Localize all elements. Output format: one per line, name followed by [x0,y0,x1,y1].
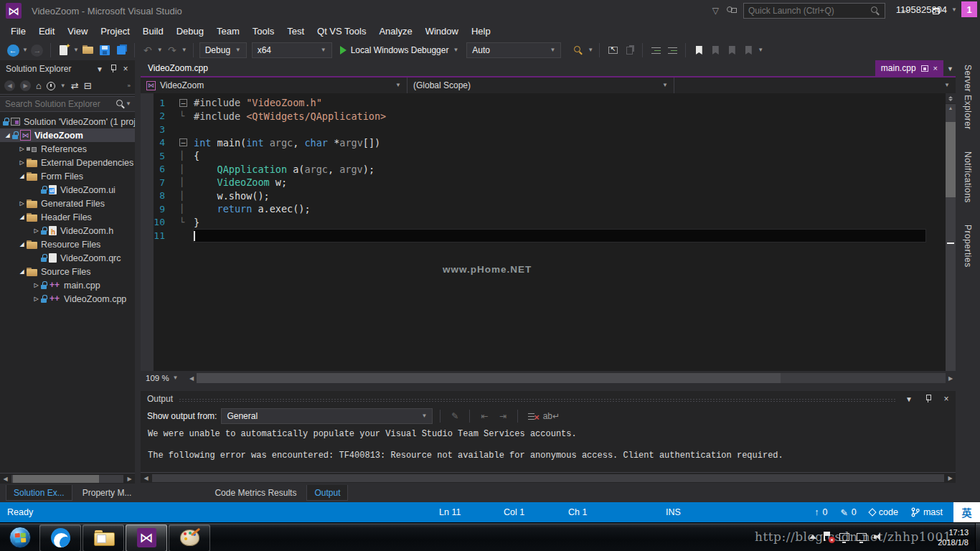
show-desktop-button[interactable] [975,523,980,551]
action-center-icon[interactable]: × [824,532,832,542]
navigate-backward-icon[interactable]: ← [6,42,20,58]
tree-item-videozoom-qrc[interactable]: VideoZoom.qrc [0,251,135,265]
tab-main-cpp-preview[interactable]: main.cpp × [875,60,943,76]
tab-list-caret-icon[interactable]: ▼ [947,65,953,72]
expander-icon[interactable]: ▷ [32,296,41,302]
undo-caret-icon[interactable]: ▼ [157,47,163,53]
menu-team[interactable]: Team [210,22,246,40]
bookmark-caret-icon[interactable]: ▼ [758,47,763,53]
menu-qt-vs-tools[interactable]: Qt VS Tools [311,22,372,40]
close-panel-icon[interactable]: × [940,392,953,405]
taskbar-explorer-button[interactable] [83,524,124,551]
side-tab-server-explorer[interactable]: Server Explorer [963,65,973,130]
display-icon[interactable] [839,533,849,541]
pin-icon[interactable] [106,62,119,75]
code-line-2[interactable]: 2└#include <QtWidgets/QApplication> [141,110,946,123]
window-position-caret-icon[interactable]: ▼ [93,62,106,75]
code-line-3[interactable]: 3 [141,123,946,136]
menu-window[interactable]: Window [419,22,465,40]
tree-item-videozoom-cpp[interactable]: ▷++VideoZoom.cpp [0,292,135,306]
nav-scope-dropdown[interactable]: (Global Scope) ▼ [407,77,674,93]
code-line-9[interactable]: 9│ return a.exec(); [141,202,946,216]
code-line-4[interactable]: 4–int main(int argc, char *argv[]) [141,136,946,150]
navigate-to-icon[interactable] [606,42,620,58]
toolbar-overflow-icon[interactable]: » [128,83,131,89]
output-text-area[interactable]: We were unable to automatically populate… [141,425,956,472]
scroll-left-icon[interactable]: ◀ [187,375,197,382]
keep-open-icon[interactable] [921,65,928,72]
tree-item-source-files[interactable]: ◢Source Files [0,265,135,278]
nav-member-dropdown[interactable]: ▼ [674,77,956,93]
fold-marker[interactable]: – [179,99,194,107]
solution-explorer-hscrollbar[interactable]: ◀ ▶ [0,473,135,484]
feedback-filter-icon[interactable]: ▽ [712,6,719,16]
menu-file[interactable]: File [4,22,32,40]
tree-item-videozoom[interactable]: ◢VideoZoom [0,128,135,142]
side-tab-notifications[interactable]: Notifications [963,151,973,203]
tree-item-solution-videozoom-1-project[interactable]: Solution 'VideoZoom' (1 project) [0,115,135,128]
taskbar-paint-button[interactable] [169,524,210,551]
output-header[interactable]: Output ▼ × [141,391,956,407]
expander-icon[interactable]: ▷ [32,282,41,288]
open-file-icon[interactable] [81,42,95,58]
code-line-8[interactable]: 8│ w.show(); [141,189,946,203]
editor-vscrollbar[interactable]: ▲ [946,93,956,371]
scroll-right-icon[interactable]: ▶ [124,476,135,482]
navigate-backward-caret-icon[interactable]: ▼ [22,47,28,53]
tool-tab-property-m[interactable]: Property M... [75,485,139,501]
window-position-caret-icon[interactable]: ▼ [903,392,915,405]
tool-tab-output[interactable]: Output [306,485,348,501]
code-line-10[interactable]: 10└} [141,216,946,230]
watch-combo[interactable]: Auto▼ [466,42,561,58]
tree-item-main-cpp[interactable]: ▷++main.cpp [0,278,135,292]
menu-tools[interactable]: Tools [246,22,281,40]
show-hidden-icons-icon[interactable] [809,534,816,539]
increase-indent-icon[interactable] [665,42,679,58]
solution-search-input[interactable] [5,99,116,109]
scroll-right-icon[interactable]: ▶ [945,475,956,481]
hscroll-thumb[interactable] [197,373,781,383]
expander-icon[interactable]: ◢ [3,132,12,138]
tool-tab-solution-ex[interactable]: Solution Ex... [6,485,72,501]
send-feedback-icon[interactable] [726,6,736,15]
solution-tree[interactable]: Solution 'VideoZoom' (1 project)◢VideoZo… [0,113,135,473]
close-tab-icon[interactable]: × [933,64,938,72]
pending-changes-filter-icon[interactable] [47,82,55,90]
expander-icon[interactable]: ▷ [17,159,27,166]
repository-indicator[interactable]: code [870,507,898,517]
code-line-5[interactable]: 5│{ [141,149,946,163]
tree-item-header-files[interactable]: ◢Header Files [0,210,135,224]
fold-marker[interactable]: – [179,138,194,146]
menu-test[interactable]: Test [281,22,311,40]
scroll-left-icon[interactable]: ◀ [0,476,11,482]
scroll-left-icon[interactable]: ◀ [141,475,151,481]
filter-caret-icon[interactable]: ▼ [60,83,66,89]
collapse-all-icon[interactable]: ⊟ [84,81,92,90]
code-editor[interactable]: 1–#include "VideoZoom.h"2└#include <QtWi… [141,93,946,371]
expander-icon[interactable]: ▷ [17,146,27,152]
tab-videozoom-cpp[interactable]: VideoZoom.cpp [141,60,215,76]
search-options-caret-icon[interactable]: ▼ [126,101,131,107]
word-wrap-icon[interactable]: ab↵ [544,409,558,423]
code-line-7[interactable]: 7│ VideoZoom w; [141,176,946,189]
network-icon[interactable] [857,533,867,541]
menu-help[interactable]: Help [465,22,497,40]
undo-icon[interactable]: ↶ [141,42,155,58]
start-button[interactable] [1,523,39,551]
redo-icon[interactable]: ↷ [165,42,179,58]
side-tab-properties[interactable]: Properties [963,225,973,268]
tree-item-generated-files[interactable]: ▷Generated Files [0,197,135,210]
split-window-handle[interactable] [946,93,956,104]
taskbar-visual-studio-button[interactable]: ⋈ [126,524,167,551]
clear-all-icon[interactable] [525,409,540,423]
output-source-combo[interactable]: General▼ [221,408,433,424]
code-line-11[interactable]: 11 [141,229,946,242]
taskbar-browser-button[interactable] [39,524,81,551]
code-line-1[interactable]: 1–#include "VideoZoom.h" [141,96,946,110]
expander-icon[interactable]: ◢ [17,268,27,275]
scroll-up-icon[interactable]: ▲ [946,104,956,113]
tree-item-form-files[interactable]: ◢Form Files [0,169,135,183]
volume-icon[interactable] [874,532,884,541]
account-caret-icon[interactable]: ▼ [951,6,957,13]
tree-item-external-dependencies[interactable]: ▷External Dependencies [0,156,135,169]
